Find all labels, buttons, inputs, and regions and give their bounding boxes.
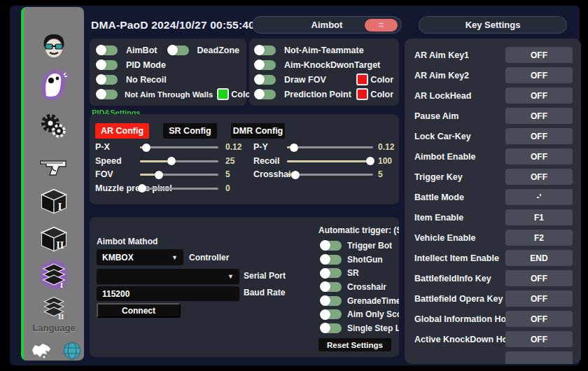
aim-knockdown-toggle[interactable] [255,60,276,70]
trigger-label: Crosshair [347,282,386,292]
slider-label: FOV [95,169,113,179]
key-binding-button[interactable]: OFF [505,108,573,124]
tab-key-settings[interactable]: Key Settings [419,16,567,34]
slider-row: Crosshair 5 [253,168,393,182]
trigger-toggle[interactable] [321,309,342,319]
key-binding-button[interactable]: OFF [505,88,573,104]
slider-track[interactable] [287,174,373,176]
slider-knob[interactable] [142,144,150,152]
aimbot-menu-badge[interactable]: = [365,19,398,31]
slider-track[interactable] [140,146,218,148]
key-binding-button[interactable]: OFF [505,148,573,164]
layers-1-icon: I [38,259,69,290]
key-binding-button[interactable]: OFF [505,270,573,286]
slider-track[interactable] [140,188,218,190]
prediction-point-toggle[interactable] [255,90,276,99]
slider-value: 25 [225,156,234,166]
not-aim-walls-label: Not Aim Through Walls [125,90,213,99]
trigger-row: ShotGun [321,253,399,267]
slider-knob[interactable] [290,144,298,152]
key-binding-button[interactable]: OFF [505,128,573,144]
key-binding-button[interactable]: F1 [505,209,573,225]
prediction-color-swatch[interactable] [356,88,368,100]
key-settings-panel: AR Aim Key1 OFF AR Aim Key2 OFF AR LockH… [405,38,581,364]
slider-row: Recoil 100 [253,155,393,169]
slider-group-left: P-X 0.12 Speed 25 FOV [95,141,244,195]
auto-trigger-list: Trigger Bot ShotGun SR Crosshair Grenade… [321,239,399,335]
serial-port-select[interactable]: ▼ [97,269,239,284]
trigger-toggle[interactable] [321,282,342,292]
trigger-toggle[interactable] [321,323,342,333]
aimbot-method-select[interactable]: KMBOX ▼ [97,249,183,265]
gears-icon [37,109,71,143]
key-binding-button[interactable]: OFF [505,67,573,83]
key-binding-button[interactable]: END [505,250,573,266]
character-face-icon[interactable] [24,31,84,62]
key-binding-button[interactable] [505,351,573,364]
toggle-row: Not-Aim-Teammate [255,43,393,57]
key-binding-button[interactable]: F2 [505,230,573,246]
svg-text:I: I [60,281,63,289]
aimbot-toggle-label: AimBot [126,46,168,55]
slider-label: P-X [95,142,110,152]
layers-1-menu-item[interactable]: I [24,259,84,290]
not-aim-teammate-toggle[interactable] [255,46,276,55]
globe-icon [62,341,82,360]
crate-1-menu-item[interactable]: I [24,183,84,217]
pistol-menu-item[interactable] [24,153,84,179]
draw-fov-toggle[interactable] [255,75,276,85]
config-tab[interactable]: AR Config [95,123,149,139]
aimbot-toggle[interactable] [97,46,118,55]
key-binding-button[interactable]: -' [505,189,573,205]
key-setting-label: Trigger Key [414,172,505,182]
deadzone-toggle[interactable] [168,46,189,55]
key-setting-label: Active KnockDown HotKey [414,335,505,344]
slider-track[interactable] [140,160,218,162]
trigger-label: ShotGun [347,255,383,265]
slider-knob[interactable] [366,157,374,165]
key-binding-button[interactable]: OFF [505,169,573,185]
key-setting-label: Intellect Item Enable [414,253,505,263]
key-binding-button[interactable]: OFF [505,47,573,63]
config-tab[interactable]: SR Config [163,123,217,139]
config-tab[interactable]: DMR Config [231,123,285,139]
key-binding-button[interactable]: OFF [505,311,573,327]
slider-row: P-X 0.12 [95,141,244,155]
slider-track[interactable] [287,146,373,148]
not-aim-walls-toggle[interactable] [97,90,118,99]
baud-rate-input[interactable]: 115200 [97,286,239,301]
key-setting-label: AR Aim Key2 [414,71,505,80]
walls-color-swatch[interactable] [217,88,229,100]
slider-knob[interactable] [155,171,163,179]
slider-knob[interactable] [167,157,176,165]
key-binding-button[interactable]: OFF [505,331,573,347]
tab-aimbot[interactable]: Aimbot = [252,16,402,34]
key-setting-row: BattlefieldInfo Key OFF [405,268,581,288]
tab-aimbot-label: Aimbot [312,20,343,30]
slider-knob[interactable] [291,171,300,179]
trigger-toggle[interactable] [321,268,342,278]
layers-2-menu-item[interactable]: II [24,293,84,321]
slider-track[interactable] [287,160,373,162]
pid-mode-toggle[interactable] [97,60,118,70]
toggle-row: Aim-KnockDwonTarget [255,57,393,72]
connect-button[interactable]: Connect [97,303,181,318]
trigger-toggle[interactable] [321,296,342,306]
key-setting-row: Item Enable F1 [405,207,581,227]
slider-track[interactable] [140,174,218,176]
key-setting-label: Battlefield Opera Key [414,294,505,304]
ghost-menu-item[interactable] [24,67,84,101]
reset-settings-button[interactable]: Reset Settings [318,338,391,351]
slider-row: FOV 5 [95,168,244,182]
baud-rate-value: 115200 [102,289,130,299]
key-binding-button[interactable]: OFF [505,290,573,307]
trigger-toggle[interactable] [321,241,342,251]
fov-color-swatch[interactable] [356,74,368,85]
trigger-toggle[interactable] [321,255,342,265]
not-aim-teammate-label: Not-Aim-Teammate [284,46,364,55]
crate-2-menu-item[interactable]: II [24,221,84,255]
no-recoil-toggle[interactable] [97,75,118,85]
language-label: Language [24,323,84,333]
gears-menu-item[interactable] [24,109,84,143]
key-setting-label: AR Aim Key1 [414,50,505,60]
